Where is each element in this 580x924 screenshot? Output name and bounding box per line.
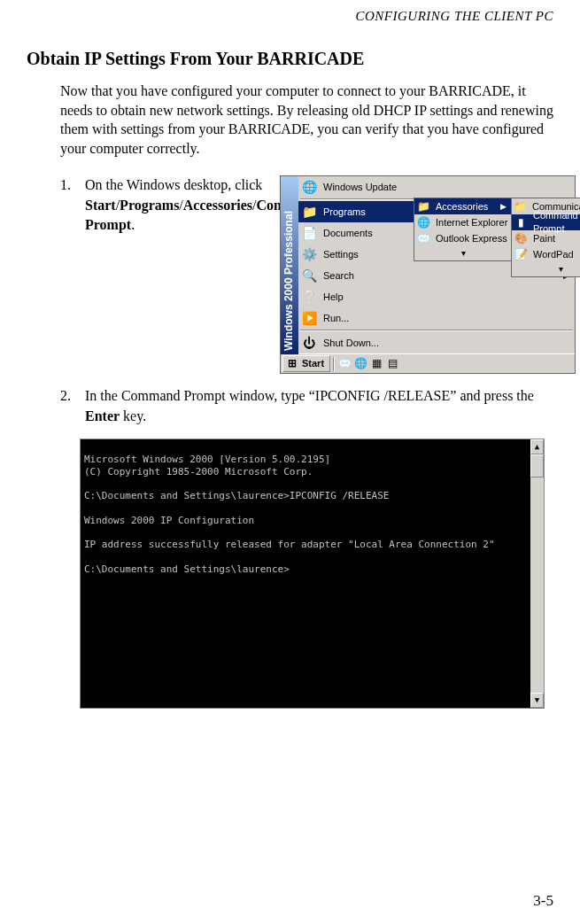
scroll-down-icon[interactable]: ▼	[530, 693, 544, 708]
ie-icon: 🌐	[416, 215, 430, 229]
search-icon: 🔍	[300, 267, 318, 284]
taskbar-desktop-icon[interactable]: ▦	[369, 357, 383, 371]
menu-label: Help	[323, 291, 571, 304]
wordpad-icon: 📝	[514, 247, 528, 261]
more-chevron-icon[interactable]: ▾	[512, 262, 580, 276]
t: Start	[85, 198, 116, 213]
taskbar-ie-icon[interactable]: 🌐	[353, 357, 367, 371]
step-number: 2.	[60, 386, 85, 426]
accessories-submenu: 📁 Communications ▶ ▮ Command Prompt 🎨 Pa…	[511, 198, 580, 277]
submenu-arrow-icon: ▶	[500, 201, 507, 213]
scroll-track[interactable]	[530, 478, 544, 693]
submenu-paint[interactable]: 🎨 Paint	[512, 230, 580, 246]
taskbar-app-icon[interactable]: ▤	[385, 357, 399, 371]
start-button[interactable]: ⊞ Start	[282, 355, 330, 372]
menu-label: Windows Update	[323, 181, 571, 194]
step-number: 1.	[60, 175, 85, 195]
step-1-text: On the Windows desktop, click Start/Prog…	[85, 175, 271, 235]
menu-label: Paint	[533, 232, 580, 245]
folder-icon: 📁	[514, 199, 527, 214]
menu-label: Accessories	[436, 200, 495, 214]
submenu-accessories[interactable]: 📁 Accessories ▶	[414, 198, 512, 214]
command-prompt-window: Microsoft Windows 2000 [Version 5.00.219…	[80, 439, 545, 709]
start-menu-screenshot: Windows 2000 Professional 🌐 Windows Upda…	[280, 175, 576, 374]
windows-banner: Windows 2000 Professional	[281, 176, 298, 354]
scroll-up-icon[interactable]: ▲	[530, 439, 544, 454]
taskbar: ⊞ Start ✉️ 🌐 ▦ ▤	[281, 353, 575, 373]
menu-label: Outlook Express	[436, 232, 508, 245]
submenu-ie[interactable]: 🌐 Internet Explorer	[414, 214, 512, 230]
folder-icon: 📁	[416, 199, 430, 214]
banner-os: Windows 2000	[282, 278, 295, 352]
cmd-line: Windows 2000 IP Configuration	[84, 515, 254, 526]
outlook-icon: ✉️	[416, 231, 430, 245]
intro-paragraph: Now that you have configured your comput…	[60, 82, 553, 158]
cmd-line: C:\Documents and Settings\laurence>	[84, 563, 290, 575]
menu-shutdown[interactable]: ⏻ Shut Down...	[298, 332, 575, 353]
help-icon: ❔	[300, 288, 318, 306]
menu-help[interactable]: ❔ Help	[298, 286, 575, 307]
more-chevron-icon[interactable]: ▾	[414, 246, 512, 260]
running-header: CONFIGURING THE CLIENT PC	[27, 9, 553, 24]
programs-icon: 📁	[300, 203, 318, 221]
t: key.	[120, 408, 146, 423]
menu-windows-update[interactable]: 🌐 Windows Update	[298, 176, 575, 198]
menu-label: WordPad	[533, 248, 580, 261]
page-number: 3-5	[533, 892, 553, 910]
submenu-wordpad[interactable]: 📝 WordPad	[512, 246, 580, 262]
t: Accessories	[183, 198, 252, 213]
menu-label: Internet Explorer	[436, 216, 508, 229]
cmd-line: (C) Copyright 1985-2000 Microsoft Corp.	[84, 466, 313, 478]
taskbar-mail-icon[interactable]: ✉️	[337, 357, 352, 371]
taskbar-divider	[333, 357, 335, 371]
step-2-text: In the Command Prompt window, type “IPCO…	[85, 386, 553, 426]
paint-icon: 🎨	[514, 231, 528, 245]
shutdown-icon: ⏻	[300, 334, 318, 352]
windows-update-icon: 🌐	[300, 178, 318, 196]
submenu-outlook[interactable]: ✉️ Outlook Express	[414, 230, 512, 246]
cmd-line: Microsoft Windows 2000 [Version 5.00.219…	[84, 454, 330, 465]
start-label: Start	[302, 357, 324, 370]
scrollbar[interactable]: ▲ ▼	[530, 439, 544, 708]
t: .	[131, 217, 135, 232]
cmd-line: IP address successfully released for ada…	[84, 539, 495, 550]
section-title: Obtain IP Settings From Your BARRICADE	[27, 49, 553, 69]
t: On the Windows desktop, click	[85, 177, 262, 192]
t: In the Command Prompt window, type “IPCO…	[85, 388, 534, 403]
windows-logo-icon: ⊞	[285, 357, 299, 371]
menu-label: Shut Down...	[323, 337, 571, 350]
menu-separator	[300, 330, 573, 331]
scroll-thumb[interactable]	[530, 454, 544, 478]
submenu-command-prompt[interactable]: ▮ Command Prompt	[512, 214, 580, 230]
t: Programs	[120, 198, 179, 213]
run-icon: ▶️	[300, 309, 318, 327]
menu-label: Run...	[323, 312, 571, 325]
t: Enter	[85, 408, 120, 423]
banner-edition: Professional	[282, 211, 295, 275]
settings-icon: ⚙️	[300, 245, 318, 263]
command-prompt-icon: ▮	[514, 215, 528, 229]
documents-icon: 📄	[300, 224, 318, 242]
cmd-line: C:\Documents and Settings\laurence>IPCON…	[84, 490, 389, 501]
programs-submenu: 📁 Accessories ▶ 🌐 Internet Explorer ✉️ O…	[414, 198, 513, 261]
menu-run[interactable]: ▶️ Run...	[298, 307, 575, 329]
